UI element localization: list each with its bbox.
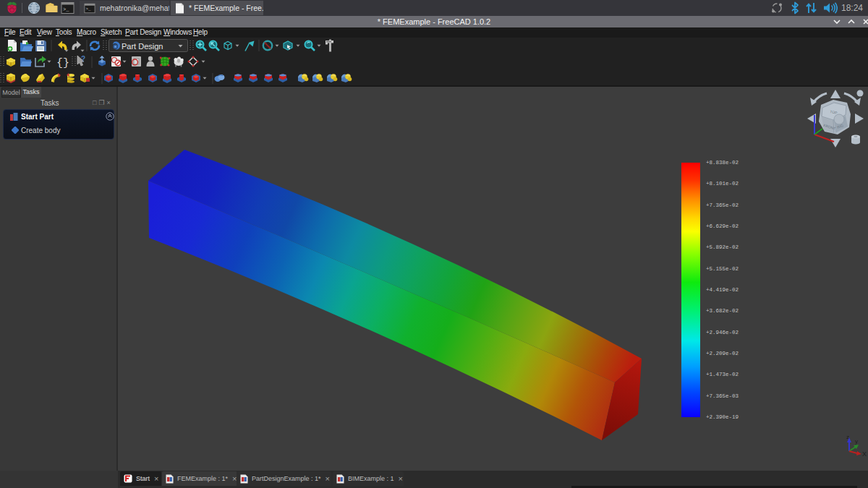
svg-text:y: y — [855, 438, 858, 445]
svg-text:?: ? — [81, 55, 85, 63]
svg-text:X: X — [862, 450, 867, 458]
svg-text:Part Design: Part Design — [122, 42, 163, 51]
svg-text:{}: {} — [56, 57, 69, 69]
svg-text:z: z — [846, 434, 849, 440]
svg-text:>_: >_ — [86, 7, 91, 12]
svg-text:>_: >_ — [63, 7, 69, 12]
